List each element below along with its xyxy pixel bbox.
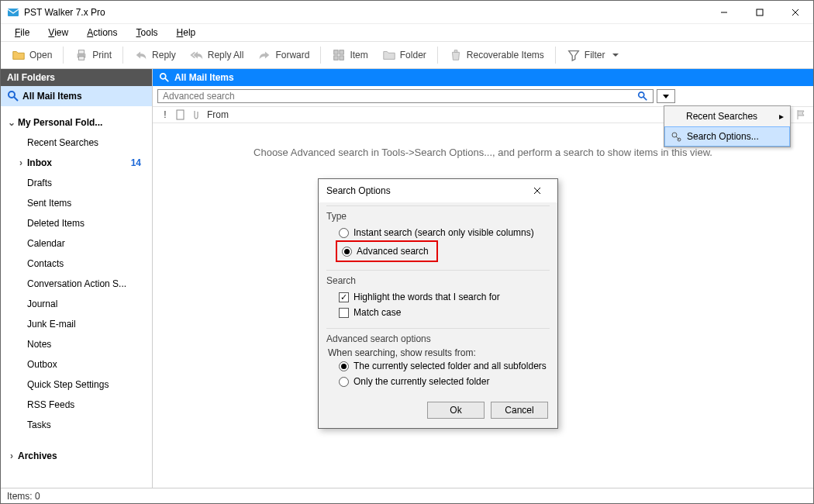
col-importance[interactable]: ! — [157, 109, 173, 120]
sidebar-folder-item[interactable]: Outbox — [1, 354, 152, 375]
folder-label: Drafts — [27, 178, 146, 188]
sidebar-folder-item[interactable]: Quick Step Settings — [1, 375, 152, 395]
svg-line-17 — [643, 97, 647, 100]
close-button[interactable] — [778, 1, 813, 24]
sidebar-folder-item[interactable]: Tasks — [1, 415, 152, 435]
sidebar-archives[interactable]: › Archives — [1, 446, 152, 466]
sidebar-folder-item[interactable]: Conversation Action S... — [1, 274, 152, 294]
trash-restore-icon — [449, 48, 463, 62]
svg-rect-2 — [757, 9, 763, 16]
col-from[interactable]: From — [204, 109, 700, 120]
advanced-caption: When searching, show results from: — [326, 347, 550, 358]
filter-button[interactable]: Filter — [560, 43, 625, 67]
funnel-icon — [567, 48, 581, 62]
cancel-button[interactable]: Cancel — [491, 402, 548, 419]
radio-all-subfolders[interactable]: The currently selected folder and all su… — [326, 358, 550, 374]
sidebar-personal-folders[interactable]: ⌄ My Personal Fold... — [1, 112, 152, 133]
folder-label: Deleted Items — [27, 218, 146, 229]
menu-actions[interactable]: Actions — [81, 26, 123, 40]
gear-search-icon — [670, 130, 682, 143]
group-advanced-label: Advanced search options — [326, 333, 550, 344]
sidebar-folder-item[interactable]: Contacts — [1, 254, 152, 274]
sidebar-folder-item[interactable]: Calendar — [1, 233, 152, 254]
sidebar-folder-item[interactable]: Junk E-mail — [1, 314, 152, 334]
sidebar-folder-item[interactable]: Journal — [1, 294, 152, 314]
menu-file[interactable]: File — [9, 26, 36, 40]
folder-label: Journal — [27, 299, 146, 309]
folder-open-icon — [12, 48, 26, 62]
folder-label: Notes — [27, 339, 146, 350]
radio-instant-search[interactable]: Instant search (search only visible colu… — [326, 225, 550, 240]
svg-line-15 — [165, 78, 168, 81]
content-title: All Mail Items — [174, 72, 234, 83]
col-flag[interactable] — [793, 109, 809, 120]
chevron-down-icon — [612, 54, 619, 57]
page-icon — [176, 109, 185, 120]
sidebar-folder-item[interactable]: Notes — [1, 334, 152, 354]
svg-point-12 — [9, 91, 15, 98]
menu-view[interactable]: View — [42, 26, 74, 40]
search-icon[interactable] — [637, 91, 648, 102]
folder-label: Contacts — [27, 258, 146, 269]
svg-rect-0 — [8, 9, 19, 16]
dropdown-recent-searches[interactable]: Recent Searches ▸ — [664, 106, 790, 126]
app-title: PST Walker 7.x Pro — [24, 7, 706, 18]
maximize-button[interactable] — [742, 1, 778, 24]
sidebar-folder-item[interactable]: Deleted Items — [1, 213, 152, 233]
dialog-close-button[interactable] — [525, 181, 550, 200]
checkbox-match-case[interactable]: Match case — [326, 305, 550, 320]
sidebar-folder-item[interactable]: Sent Items — [1, 193, 152, 213]
sidebar-folder-item[interactable]: Drafts — [1, 173, 152, 193]
toolbar: Open Print Reply Reply All Forward Item … — [1, 41, 813, 69]
dialog-title: Search Options — [326, 185, 525, 196]
search-input[interactable] — [163, 91, 637, 102]
folder-label: Quick Step Settings — [27, 379, 146, 390]
chevron-right-icon: › — [7, 450, 16, 461]
svg-rect-7 — [79, 57, 85, 60]
sidebar-folder-item[interactable]: RSS Feeds — [1, 395, 152, 415]
forward-button[interactable]: Forward — [251, 43, 316, 67]
highlight-box-advanced: Advanced search — [336, 240, 438, 262]
magnifier-icon — [159, 72, 170, 83]
search-options-dialog: Search Options Type Instant search (sear… — [318, 178, 558, 429]
paperclip-icon — [191, 109, 201, 120]
chevron-right-icon: ▸ — [779, 111, 784, 122]
col-icon[interactable] — [173, 109, 188, 120]
svg-point-14 — [160, 74, 166, 79]
col-attachment[interactable] — [188, 109, 204, 120]
folder-label: Calendar — [27, 238, 146, 249]
menu-help[interactable]: Help — [171, 26, 202, 40]
group-search-label: Search — [326, 275, 550, 286]
svg-rect-18 — [177, 110, 184, 119]
reply-button[interactable]: Reply — [128, 43, 182, 67]
sidebar-all-mail-items[interactable]: All Mail Items — [1, 86, 152, 106]
search-dropdown-button[interactable] — [657, 89, 675, 103]
radio-advanced-search[interactable]: Advanced search — [337, 243, 429, 259]
svg-rect-11 — [340, 56, 343, 60]
radio-only-selected-folder[interactable]: Only the currently selected folder — [326, 374, 550, 389]
print-button[interactable]: Print — [68, 43, 118, 67]
folder-label: Conversation Action S... — [27, 278, 146, 289]
ok-button[interactable]: Ok — [427, 402, 485, 419]
flag-icon — [796, 109, 805, 120]
folder-label: RSS Feeds — [27, 399, 146, 410]
forward-icon — [257, 48, 271, 62]
sidebar-header: All Folders — [1, 69, 152, 86]
sidebar-folder-item[interactable]: ›Inbox14 — [1, 153, 152, 173]
checkbox-highlight-words[interactable]: Highlight the words that I search for — [326, 289, 550, 305]
status-items: Items: 0 — [7, 491, 40, 502]
chevron-down-icon — [663, 95, 669, 98]
reply-icon — [134, 48, 148, 62]
item-button[interactable]: Item — [326, 43, 374, 67]
svg-line-13 — [14, 97, 18, 101]
magnifier-icon — [7, 90, 19, 102]
menu-tools[interactable]: Tools — [130, 26, 164, 40]
sidebar-folder-item[interactable]: Recent Searches — [1, 133, 152, 153]
reply-all-button[interactable]: Reply All — [184, 43, 250, 67]
dropdown-search-options[interactable]: Search Options... — [664, 126, 790, 147]
search-box[interactable] — [157, 89, 654, 103]
open-button[interactable]: Open — [5, 43, 58, 67]
minimize-button[interactable] — [706, 1, 742, 24]
recoverable-items-button[interactable]: Recoverable Items — [443, 43, 550, 67]
folder-button[interactable]: Folder — [376, 43, 433, 67]
